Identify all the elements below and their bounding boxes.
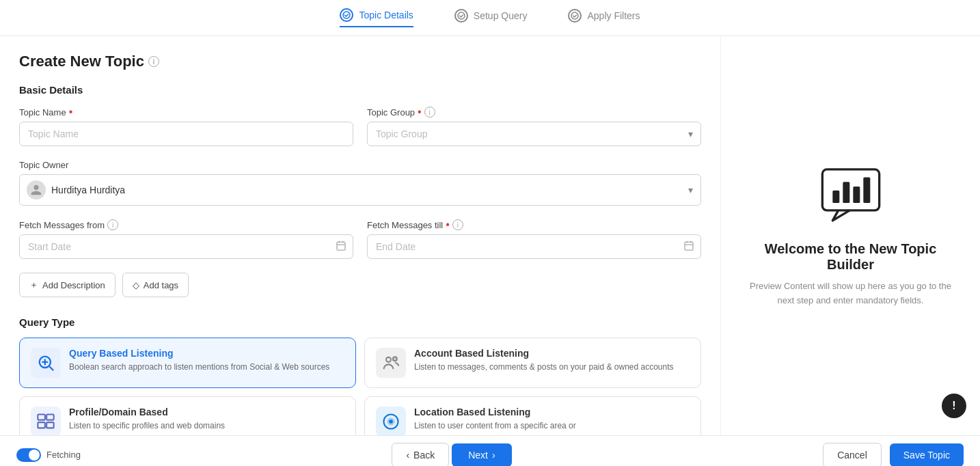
query-card-account-based[interactable]: Account Based Listening Listen to messag…: [364, 338, 701, 388]
svg-point-2: [571, 12, 578, 19]
fetching-label: Fetching: [46, 450, 81, 460]
start-date-input[interactable]: [19, 234, 353, 259]
topic-name-required: •: [69, 107, 73, 118]
topic-group-required: •: [418, 107, 422, 118]
svg-point-1: [458, 12, 465, 19]
query-card-query-based[interactable]: Query Based Listening Boolean search app…: [19, 338, 356, 388]
step-apply-filters[interactable]: Apply Filters: [568, 9, 640, 27]
basic-details-title: Basic Details: [19, 84, 701, 96]
fetch-from-group: Fetch Messages from i: [19, 219, 353, 259]
start-date-wrap: [19, 234, 353, 259]
plus-icon: ＋: [29, 279, 38, 291]
topic-owner-label: Topic Owner: [19, 160, 701, 170]
step-icon-apply-filters: [568, 9, 582, 23]
left-panel: Create New Topic i Basic Details Topic N…: [0, 36, 720, 435]
welcome-icon-wrap: [817, 164, 885, 228]
fetch-from-label: Fetch Messages from i: [19, 219, 353, 230]
query-based-title: Query Based Listening: [69, 348, 344, 359]
stepper: Topic Details Setup Query Apply Filters: [0, 0, 980, 36]
svg-point-17: [394, 357, 397, 361]
query-card-profile-domain[interactable]: Profile/Domain Based Listen to specific …: [19, 396, 356, 435]
svg-rect-18: [38, 415, 45, 420]
topic-name-input[interactable]: [19, 122, 353, 146]
step-icon-setup-query: [454, 9, 468, 23]
profile-domain-desc: Listen to specific profiles and web doma…: [69, 420, 344, 432]
welcome-title: Welcome to the New Topic Builder: [743, 241, 958, 273]
bottom-left: Fetching: [16, 448, 81, 462]
account-based-desc: Listen to messages, comments & posts on …: [414, 361, 690, 373]
svg-line-12: [49, 366, 53, 370]
bottom-bar: Fetching ‹ Back Next › Cancel Save Topic: [0, 435, 980, 466]
svg-rect-25: [822, 169, 879, 210]
step-icon-topic-details: [340, 8, 353, 22]
fetch-till-label: Fetch Messages till • i: [367, 219, 701, 230]
svg-point-15: [386, 357, 391, 362]
add-description-button[interactable]: ＋ Add Description: [19, 273, 115, 297]
fetch-messages-row: Fetch Messages from i Fetch Messages til…: [19, 219, 701, 259]
svg-rect-27: [843, 182, 849, 203]
topic-name-group-row: Topic Name • Topic Group • i Topic Group…: [19, 107, 701, 146]
action-buttons: ＋ Add Description ◇ Add tags: [19, 273, 701, 297]
fetching-toggle[interactable]: [16, 448, 41, 462]
query-based-body: Query Based Listening Boolean search app…: [69, 348, 344, 373]
next-button[interactable]: Next ›: [452, 443, 511, 467]
add-tags-button[interactable]: ◇ Add tags: [122, 273, 189, 297]
query-based-icon: [31, 348, 61, 378]
query-type-grid: Query Based Listening Boolean search app…: [19, 338, 701, 435]
cancel-button[interactable]: Cancel: [823, 443, 882, 467]
avatar: [27, 180, 46, 200]
step-label-apply-filters: Apply Filters: [587, 10, 640, 21]
step-topic-details[interactable]: Topic Details: [340, 8, 413, 27]
end-date-wrap: [367, 234, 701, 259]
topic-owner-group: Topic Owner Hurditya Hurditya ▾: [19, 160, 701, 206]
step-setup-query[interactable]: Setup Query: [454, 9, 528, 27]
owner-select-wrap: Hurditya Hurditya ▾: [19, 174, 701, 206]
svg-rect-29: [863, 177, 870, 203]
account-based-body: Account Based Listening Listen to messag…: [414, 348, 690, 373]
fetch-till-info-icon[interactable]: i: [452, 219, 463, 230]
right-panel: Welcome to the New Topic Builder Preview…: [720, 36, 980, 435]
location-based-body: Location Based Listening Listen to user …: [414, 407, 690, 432]
tag-icon: ◇: [133, 280, 139, 290]
profile-domain-icon: [31, 407, 61, 435]
svg-rect-19: [46, 415, 54, 420]
profile-domain-body: Profile/Domain Based Listen to specific …: [69, 407, 344, 432]
topic-group-select-wrap: Topic Group ▾: [367, 122, 701, 146]
svg-point-24: [390, 420, 392, 423]
chevron-right-icon: ›: [492, 450, 495, 461]
step-label-topic-details: Topic Details: [359, 10, 413, 20]
save-topic-button[interactable]: Save Topic: [890, 443, 964, 467]
step-label-setup-query: Setup Query: [474, 10, 528, 21]
query-card-location-based[interactable]: Location Based Listening Listen to user …: [364, 396, 701, 435]
topic-group-info-icon[interactable]: i: [424, 107, 435, 118]
svg-rect-26: [832, 190, 839, 202]
topic-name-label: Topic Name •: [19, 107, 353, 118]
topic-group-select[interactable]: Topic Group: [367, 122, 701, 146]
profile-domain-title: Profile/Domain Based: [69, 407, 344, 417]
bottom-center: ‹ Back Next ›: [392, 443, 511, 467]
svg-rect-28: [853, 187, 860, 203]
owner-select-display[interactable]: Hurditya Hurditya: [19, 174, 701, 206]
page-title-info-icon[interactable]: i: [148, 56, 159, 67]
svg-rect-21: [46, 422, 54, 428]
svg-rect-20: [38, 422, 45, 428]
chevron-left-icon: ‹: [406, 450, 409, 461]
topic-group-group: Topic Group • i Topic Group ▾: [367, 107, 701, 146]
query-type-title: Query Type: [19, 316, 701, 328]
help-button[interactable]: !: [942, 394, 966, 418]
topic-name-group: Topic Name •: [19, 107, 353, 146]
welcome-desc: Preview Content will show up here as you…: [743, 279, 958, 308]
fetch-from-info-icon[interactable]: i: [107, 219, 118, 230]
page-title: Create New Topic i: [19, 53, 701, 70]
owner-name-text: Hurditya Hurditya: [51, 184, 125, 195]
location-based-title: Location Based Listening: [414, 407, 690, 417]
fetch-till-group: Fetch Messages till • i: [367, 219, 701, 259]
query-based-desc: Boolean search approach to listen mentio…: [69, 361, 344, 373]
location-based-icon: [376, 407, 406, 435]
svg-point-0: [343, 12, 350, 18]
end-date-input[interactable]: [367, 234, 701, 259]
location-based-desc: Listen to user content from a specific a…: [414, 420, 690, 432]
back-button[interactable]: ‹ Back: [392, 443, 449, 467]
account-based-icon: [376, 348, 406, 378]
account-based-title: Account Based Listening: [414, 348, 690, 359]
